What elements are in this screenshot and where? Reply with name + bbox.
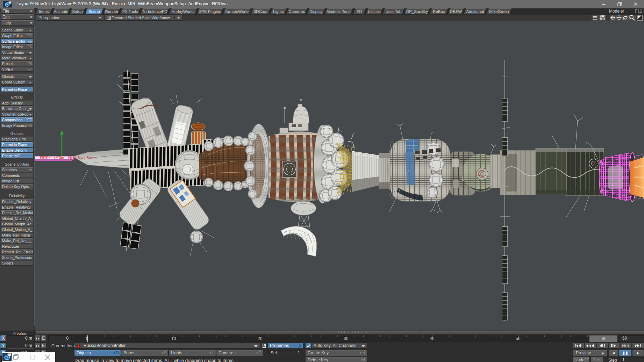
svg-text:60: 60	[602, 336, 607, 341]
svg-text:20: 20	[258, 336, 263, 341]
svg-text:40: 40	[430, 336, 435, 341]
svg-text:10: 10	[171, 336, 176, 341]
svg-text:= FIRE~!! +Y 0m = Nyet. Nyet S: = FIRE~!! +Y 0m = Nyet. Nyet Soviet.	[37, 155, 98, 160]
svg-text:30: 30	[344, 336, 349, 341]
svg-text:50: 50	[516, 336, 521, 341]
